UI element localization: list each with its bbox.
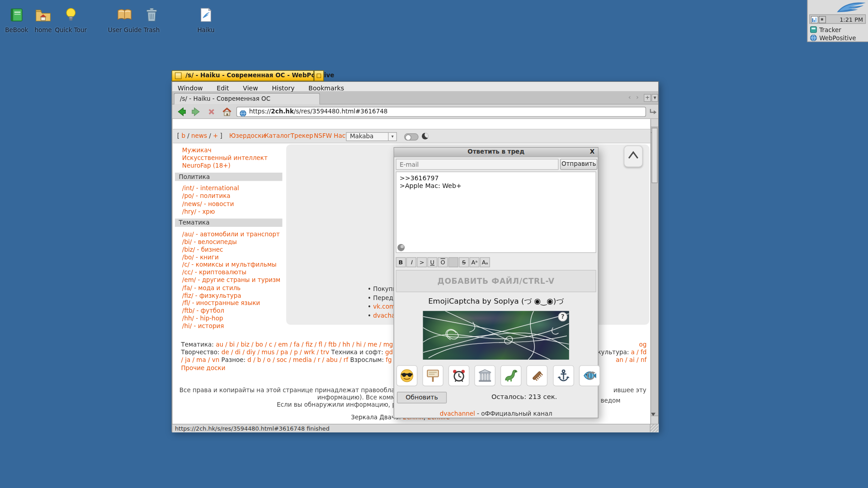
format-underline-button[interactable]: U xyxy=(427,257,437,267)
scrollbar-thumb[interactable] xyxy=(651,128,657,183)
haiku-leaf-logo-icon[interactable] xyxy=(836,1,867,15)
footer-board-links[interactable]: an / ai / nf xyxy=(616,357,646,364)
footer-board-links[interactable]: de / di / diy / mus / pa / p / wrk / trv xyxy=(222,348,331,356)
captcha-emoji-placard[interactable] xyxy=(422,365,443,386)
window-zoom-button[interactable] xyxy=(314,70,324,81)
tab-scroll-left-button[interactable]: ‹ xyxy=(628,94,631,101)
sidebar-link[interactable]: NeuroFap (18+) xyxy=(182,162,231,169)
chevron-down-icon: ▾ xyxy=(388,133,396,141)
tab-scroll-right-button[interactable]: › xyxy=(636,94,639,101)
reply-dialog-titlebar[interactable]: Ответить в тред xyxy=(394,148,598,157)
scroll-up-button[interactable] xyxy=(651,119,658,127)
nav-link-nsfw[interactable]: NSFW xyxy=(314,130,332,143)
captcha-help-button[interactable]: ? xyxy=(558,312,567,322)
copyright-text: ившее эту xyxy=(613,387,646,394)
sidebar-link[interactable]: /au/ - автомобили и транспорт xyxy=(182,231,280,238)
url-bar[interactable]: https://2ch.hk/s/res/3594480.html#361674… xyxy=(236,107,646,117)
sidebar-link[interactable]: /em/ - другие страны и туризм xyxy=(182,277,280,284)
desktop-icon-haiku[interactable]: Haiku xyxy=(189,7,222,34)
tab-list-button[interactable]: ▾ xyxy=(651,94,658,102)
sidebar-link[interactable]: /bi/ - велосипеды xyxy=(182,239,237,246)
window-close-button[interactable] xyxy=(175,72,182,79)
go-button[interactable] xyxy=(648,107,658,117)
back-button[interactable] xyxy=(176,106,187,117)
captcha-refresh-button[interactable]: Обновить xyxy=(397,392,447,404)
captcha-emoji-alarm-clock[interactable] xyxy=(448,365,470,386)
page-viewport: [ b / news / + ] Юзердоски Каталог Треке… xyxy=(173,119,651,424)
sidebar-link[interactable]: /hh/ - hip-hop xyxy=(182,315,223,322)
add-file-dropzone[interactable]: ДОБАВИТЬ ФАЙЛ/CTRL-V xyxy=(396,270,596,292)
sidebar-link[interactable]: /news/ - новости xyxy=(182,200,234,207)
board-bracket-nav: [ b / news / + ] xyxy=(177,130,222,143)
format-spoiler-button[interactable] xyxy=(448,257,458,267)
sidebar-link[interactable]: /po/ - политика xyxy=(182,192,231,200)
sidebar-link[interactable]: /c/ - комиксы и мультфильмы xyxy=(182,261,277,268)
footer-board-links[interactable]: og xyxy=(639,341,646,348)
sidebar-link[interactable]: Мужикач xyxy=(182,146,212,154)
other-boards-link[interactable]: Прочие доски xyxy=(181,365,225,372)
captcha-emoji-sunglasses-face[interactable] xyxy=(396,365,418,386)
nav-link-catalog[interactable]: Каталог xyxy=(264,130,291,143)
desktop-icon-trash[interactable]: Trash xyxy=(135,7,168,34)
new-tab-button[interactable]: + xyxy=(644,94,651,102)
scroll-down-button[interactable] xyxy=(651,416,658,424)
footer-board-links[interactable]: / ja / ma / vn xyxy=(181,357,221,364)
sidebar-link[interactable]: /bo/ - книги xyxy=(182,254,219,261)
clock[interactable]: 1:21 PM xyxy=(840,16,863,23)
format-bold-button[interactable]: B xyxy=(396,257,406,267)
nav-link-tracker[interactable]: Трекер xyxy=(291,130,313,143)
home-button[interactable] xyxy=(222,106,232,117)
format-strike-button[interactable]: S xyxy=(459,257,469,267)
footer-board-links[interactable]: a / fd xyxy=(631,348,647,356)
board-link-b[interactable]: b xyxy=(181,132,185,140)
email-input[interactable] xyxy=(396,159,559,169)
sidebar-link[interactable]: /hi/ - история xyxy=(182,323,224,330)
footer-board-links[interactable]: d / b / o / soc / media / r / abu / rf xyxy=(247,357,350,364)
board-link-plus[interactable]: + xyxy=(213,132,218,140)
desktop-icon-quick-tour[interactable]: Quick Tour xyxy=(54,7,87,34)
captcha-emoji-comb[interactable] xyxy=(527,365,548,386)
captcha-emoji-dinosaur[interactable] xyxy=(500,365,522,386)
window-title-tab[interactable]: /s/ - Haiku - Современная ОС - WebPositi… xyxy=(172,70,314,81)
sidebar-link[interactable]: /hry/ - хрю xyxy=(182,208,215,215)
captcha-title: EmojiCaptcha by Soplya (づ ◉‿◉)づ xyxy=(394,296,598,306)
sidebar-link[interactable]: /fl/ - иностранные языки xyxy=(182,299,260,306)
captcha-emoji-classical-building[interactable] xyxy=(475,365,496,386)
reply-textarea[interactable]: >>3616797 >Apple Mac: Web+ xyxy=(396,172,596,253)
vertical-scrollbar[interactable] xyxy=(651,119,658,424)
sidebar-link[interactable]: Искусственный интеллект xyxy=(182,155,268,162)
format-italic-button[interactable]: I xyxy=(406,257,416,267)
url-text: https://2ch.hk/s/res/3594480.html#361674… xyxy=(249,108,387,117)
style-select[interactable]: Makaba▾ xyxy=(346,132,397,141)
deskbar-item-tracker[interactable]: Tracker xyxy=(810,26,841,34)
sidebar-link[interactable]: /fiz/ - физкультура xyxy=(182,292,241,300)
deskbar-item-webpositive[interactable]: WebPositive xyxy=(810,34,856,42)
format-quote-button[interactable]: > xyxy=(417,257,427,267)
cpu-monitor-icon[interactable] xyxy=(811,16,818,23)
sidebar-link[interactable]: /biz/ - бизнес xyxy=(182,246,223,253)
nav-link-userboards[interactable]: Юзердоски xyxy=(229,130,265,143)
sidebar-link[interactable]: /fa/ - мода и стиль xyxy=(182,284,241,291)
browser-tab[interactable]: /s/ - Haiku - Современная ОС xyxy=(174,93,320,105)
desktop-icon-label: Trash xyxy=(135,27,168,34)
captcha-refresh-icon[interactable] xyxy=(586,371,596,380)
format-subscript-button[interactable]: Aₐ xyxy=(480,257,490,267)
resize-grip[interactable] xyxy=(650,424,658,432)
dvachannel-link[interactable]: dvachannel xyxy=(440,410,475,417)
sidebar-link[interactable]: /cc/ - криптовалюты xyxy=(182,269,246,276)
dark-mode-moon-icon[interactable] xyxy=(422,133,429,140)
sidebar-link[interactable]: /int/ - international xyxy=(182,185,239,192)
format-superscript-button[interactable]: Aᵃ xyxy=(469,257,479,267)
board-link-news[interactable]: news xyxy=(191,132,207,140)
close-icon[interactable]: X xyxy=(590,148,594,157)
format-overline-button[interactable]: O xyxy=(438,257,448,267)
forward-button[interactable] xyxy=(190,106,201,117)
sticker-picker-icon[interactable] xyxy=(397,244,405,251)
scroll-to-top-button[interactable] xyxy=(624,145,643,167)
send-button[interactable]: Отправить xyxy=(560,159,597,169)
captcha-emoji-anchor[interactable] xyxy=(553,365,574,386)
tray-app-icon[interactable] xyxy=(819,16,826,23)
theme-toggle[interactable] xyxy=(404,133,419,141)
sidebar-link[interactable]: /ftb/ - футбол xyxy=(182,307,224,314)
stop-button[interactable] xyxy=(206,106,217,117)
